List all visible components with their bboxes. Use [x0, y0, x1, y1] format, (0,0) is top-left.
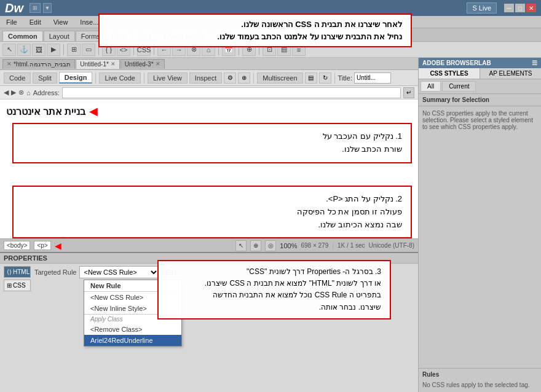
doc-tab-3[interactable]: Untitled-3* ✕ [120, 59, 165, 69]
address-back[interactable]: ◀ [4, 88, 9, 96]
title-bar-right: S Live ─ □ ✕ [467, 2, 536, 14]
panel-subtab-current[interactable]: Current [442, 81, 476, 92]
targeted-rule-select[interactable]: <New CSS Rule> [79, 266, 159, 278]
doc-tab-1[interactable]: תבנית_הרדגמה.html* ✕ [2, 59, 75, 69]
annotation-2-line1: 2. נקליק על התג <P>. [22, 193, 402, 206]
doc-tab-2-label: Untitled-1* [80, 61, 109, 68]
view-btn-live-view[interactable]: Live View [148, 73, 188, 84]
address-input[interactable] [62, 87, 401, 98]
view-btn-code[interactable]: Code [4, 73, 31, 84]
panel-title: ADOBE BROWSERLAB [422, 60, 491, 66]
menu-file[interactable]: File [4, 17, 20, 27]
menu-insert[interactable]: Inse... [77, 17, 101, 27]
minimize-button[interactable]: ─ [504, 4, 514, 12]
panel-tab-ap-elements[interactable]: AP ELEMENTS [480, 68, 541, 79]
tooltip-header-line1: לאחר שיצרנו את תבנית ה CSS הראשונה שלנו. [108, 18, 402, 31]
view-btn-design[interactable]: Design [59, 72, 93, 84]
tool-cursor[interactable]: ↖ [2, 44, 16, 56]
right-panel: ADOBE BROWSERLAB ☰ CSS STYLES AP ELEMENT… [418, 58, 541, 392]
view-btn-multiscreen[interactable]: Multiscreen [257, 73, 302, 84]
window-controls: ─ □ ✕ [504, 4, 536, 12]
view-separator1 [95, 73, 96, 84]
dropdown-item-remove[interactable]: <Remove Class> [84, 324, 181, 335]
panel-subtab-all[interactable]: All [421, 81, 441, 92]
status-icon3[interactable]: ◎ [265, 240, 276, 251]
icon-grid[interactable]: ⊞ [30, 3, 41, 13]
address-home[interactable]: ⌂ [26, 89, 31, 96]
annotation-2-line3: שבה נמצא הכיתוב שלנו. [22, 219, 402, 232]
app-logo: Dw [5, 1, 23, 15]
status-body-tag[interactable]: <body> [4, 241, 30, 250]
view-icon2[interactable]: ⊕ [238, 73, 250, 84]
menu-view[interactable]: View [51, 17, 71, 27]
address-label: Address: [33, 89, 60, 96]
status-separator: | [332, 242, 334, 249]
annotation-3-line3: בתפריט ה CSS Rule נוכל למצוא את התבנית ה… [167, 289, 381, 301]
panel-tab-css-styles[interactable]: CSS STYLES [419, 68, 480, 79]
address-forward[interactable]: ▶ [11, 88, 16, 96]
site-title: בניית אתר אינטרנט [6, 106, 85, 117]
status-encoding: Unicode (UTF-8) [369, 242, 414, 249]
design-area: ◀ בניית אתר אינטרנט 1. נקליק עם העכבר על… [0, 100, 418, 238]
address-bar: ◀ ▶ ⊗ ⌂ Address: ↵ [0, 86, 418, 100]
panel-tabs: CSS STYLES AP ELEMENTS [419, 68, 541, 79]
view-icon1[interactable]: ⚙ [224, 73, 236, 84]
address-go[interactable]: ↵ [403, 87, 414, 98]
red-arrow-status: ◀ [55, 241, 61, 251]
status-filesize: 1K / 1 sec [338, 242, 365, 249]
view-separator3 [253, 73, 254, 84]
icon-arrow-down[interactable]: ▼ [43, 3, 52, 13]
view-btn-inspect[interactable]: Inspect [189, 73, 222, 84]
panel-menu-icon[interactable]: ☰ [532, 60, 537, 66]
tab-layout[interactable]: Layout [44, 31, 75, 41]
html-icon: ⟨⟩ [7, 269, 12, 275]
dropdown-item-ariel[interactable]: Ariel24RedUnderline [84, 335, 181, 346]
doc-tabs: תבנית_הרדגמה.html* ✕ Untitled-1* ✕ Untit… [0, 58, 418, 70]
live-button[interactable]: S Live [467, 2, 497, 14]
annotation-2-line2: פעולה זו תסמן את כל הפיסקה [22, 206, 402, 219]
tool-media[interactable]: ▶ [47, 44, 60, 56]
targeted-rule-label: Targeted Rule [34, 269, 77, 276]
panel-subtabs: All Current [419, 79, 541, 94]
view-title-input[interactable] [354, 73, 391, 84]
address-stop[interactable]: ⊗ [18, 88, 24, 96]
status-zoom: 100% [280, 242, 297, 249]
doc-tab-1-close[interactable]: ✕ [7, 61, 12, 67]
annotation-box-2: 2. נקליק על התג <P>. פעולה זו תסמן את כל… [12, 186, 412, 238]
view-icon4[interactable]: ↻ [319, 73, 331, 84]
menu-edit[interactable]: Edit [27, 17, 44, 27]
panel-rules-title: Rules [419, 369, 541, 380]
maximize-button[interactable]: □ [515, 4, 525, 12]
tool-form[interactable]: ▭ [82, 44, 95, 56]
status-icon2[interactable]: ⊕ [250, 240, 261, 251]
view-btn-live-code[interactable]: Live Code [99, 73, 141, 84]
view-icon3[interactable]: ▤ [305, 73, 317, 84]
status-dimensions: 698 × 279 [301, 242, 328, 249]
tab-common[interactable]: Common [2, 31, 43, 41]
view-btn-split[interactable]: Split [33, 73, 57, 84]
annotation-3-line2: או דרך לשונית "HTML" למצוא את תבנית ה CS… [167, 278, 381, 289]
red-arrow-indicator: ◀ [89, 104, 98, 118]
view-separator4 [334, 73, 335, 84]
status-icon1[interactable]: ↖ [235, 240, 247, 251]
doc-tab-3-close[interactable]: ✕ [156, 61, 160, 67]
panel-summary-content: No CSS properties apply to the current s… [419, 106, 541, 368]
tool-image[interactable]: 🖼 [32, 44, 45, 56]
doc-tab-1-label: תבנית_הרדגמה.html* [14, 61, 71, 68]
annotation-1-line2: שורת הכתב שלנו. [22, 143, 402, 156]
tool-link[interactable]: ⚓ [17, 44, 31, 56]
doc-tab-2-close[interactable]: ✕ [111, 61, 116, 67]
css-button[interactable]: ⊞ CSS [4, 280, 31, 291]
html-button[interactable]: ⟨⟩ HTML [4, 266, 31, 278]
panel-rules-content: No CSS rules apply to the selected tag. [419, 380, 541, 392]
annotation-3-line1: 3. בסרגל ה- Properties דרך לשונית "CSS" [167, 266, 381, 278]
annotation-box-3: 3. בסרגל ה- Properties דרך לשונית "CSS" … [157, 260, 391, 319]
close-button[interactable]: ✕ [526, 4, 536, 12]
doc-tab-3-label: Untitled-3* [125, 61, 154, 68]
view-title-label: Title: [338, 74, 352, 82]
title-bar-icons: ⊞ ▼ [30, 3, 52, 13]
doc-tab-2[interactable]: Untitled-1* ✕ [76, 59, 120, 69]
tooltip-header: לאחר שיצרנו את תבנית ה CSS הראשונה שלנו.… [98, 14, 412, 47]
status-p-tag[interactable]: <p> [34, 241, 50, 250]
tool-table[interactable]: ⊞ [67, 44, 81, 56]
